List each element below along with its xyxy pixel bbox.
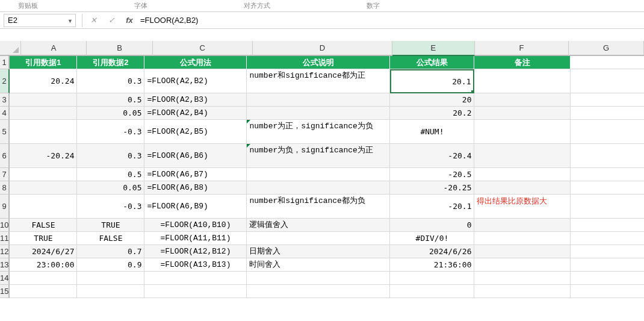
cell-D14[interactable]: [247, 272, 390, 285]
cell-A6[interactable]: -20.24: [10, 144, 77, 168]
row-header-4[interactable]: 4: [0, 107, 10, 120]
cell-A5[interactable]: [10, 120, 77, 144]
cell-B6[interactable]: 0.3: [77, 144, 144, 168]
cell-F9[interactable]: 得出结果比原数据大: [474, 195, 571, 219]
cell-B11[interactable]: FALSE: [77, 232, 144, 245]
chevron-down-icon[interactable]: ▼: [67, 18, 73, 24]
cell-E11[interactable]: #DIV/0!: [390, 232, 474, 245]
cell-A9[interactable]: [10, 195, 77, 219]
cell-A4[interactable]: [10, 107, 77, 120]
column-header-C[interactable]: C: [153, 41, 253, 56]
cell-B15[interactable]: [77, 285, 144, 298]
row-header-8[interactable]: 8: [0, 181, 10, 195]
column-header-E[interactable]: E: [392, 41, 475, 56]
cell-F11[interactable]: [474, 232, 571, 245]
cell-E2[interactable]: 20.1: [390, 69, 474, 93]
row-header-14[interactable]: 14: [0, 272, 10, 285]
cell-F12[interactable]: [474, 245, 571, 258]
row-header-6[interactable]: 6: [0, 144, 10, 168]
row-header-13[interactable]: 13: [0, 258, 10, 272]
cell-A7[interactable]: [10, 168, 77, 181]
cell-E14[interactable]: [390, 272, 474, 285]
column-header-B[interactable]: B: [87, 41, 152, 56]
cell-E15[interactable]: [390, 285, 474, 298]
cell-G6[interactable]: [571, 144, 644, 168]
cell-F6[interactable]: [474, 144, 571, 168]
cell-D5[interactable]: number为正，significance为负: [247, 120, 390, 144]
check-icon[interactable]: ✓: [107, 16, 116, 25]
cell-D11[interactable]: [247, 232, 390, 245]
cell-E8[interactable]: -20.25: [390, 181, 474, 195]
cell-A10[interactable]: FALSE: [10, 219, 77, 232]
cell-G1[interactable]: [571, 56, 644, 69]
row-header-2[interactable]: 2: [0, 69, 10, 93]
cell-C12[interactable]: =FLOOR(A12,B12): [144, 245, 247, 258]
cell-C2[interactable]: =FLOOR(A2,B2): [144, 69, 247, 93]
select-all-corner[interactable]: [0, 41, 21, 56]
cell-B3[interactable]: 0.5: [77, 93, 144, 107]
cell-F13[interactable]: [474, 258, 571, 272]
cell-C5[interactable]: =FLOOR(A2,B5): [144, 120, 247, 144]
cell-D10[interactable]: 逻辑值舍入: [247, 219, 390, 232]
cell-D2[interactable]: number和significance都为正: [247, 69, 390, 93]
cell-B12[interactable]: 0.7: [77, 245, 144, 258]
cell-B5[interactable]: -0.3: [77, 120, 144, 144]
cell-F4[interactable]: [474, 107, 571, 120]
cell-C4[interactable]: =FLOOR(A2,B4): [144, 107, 247, 120]
cell-F15[interactable]: [474, 285, 571, 298]
column-header-A[interactable]: A: [21, 41, 87, 56]
cell-D13[interactable]: 时间舍入: [247, 258, 390, 272]
cell-D1[interactable]: 公式说明: [247, 56, 390, 69]
cell-B7[interactable]: 0.5: [77, 168, 144, 181]
name-box[interactable]: E2 ▼: [4, 14, 76, 27]
cell-C15[interactable]: [144, 285, 247, 298]
row-header-7[interactable]: 7: [0, 168, 10, 181]
cell-E4[interactable]: 20.2: [390, 107, 474, 120]
cell-C1[interactable]: 公式用法: [144, 56, 247, 69]
cell-A13[interactable]: 23:00:00: [10, 258, 77, 272]
cell-F3[interactable]: [474, 93, 571, 107]
cell-B4[interactable]: 0.05: [77, 107, 144, 120]
cell-B10[interactable]: TRUE: [77, 219, 144, 232]
cell-G10[interactable]: [571, 219, 644, 232]
cell-G2[interactable]: [571, 69, 644, 93]
cell-A8[interactable]: [10, 181, 77, 195]
cell-E1[interactable]: 公式结果: [390, 56, 474, 69]
cell-G15[interactable]: [571, 285, 644, 298]
cell-B2[interactable]: 0.3: [77, 69, 144, 93]
cell-A15[interactable]: [10, 285, 77, 298]
row-header-3[interactable]: 3: [0, 93, 10, 107]
cell-B1[interactable]: 引用数据2: [77, 56, 144, 69]
cell-E13[interactable]: 21:36:00: [390, 258, 474, 272]
column-header-F[interactable]: F: [475, 41, 569, 56]
cell-C14[interactable]: [144, 272, 247, 285]
cell-F7[interactable]: [474, 168, 571, 181]
cell-A12[interactable]: 2024/6/27: [10, 245, 77, 258]
cell-G13[interactable]: [571, 258, 644, 272]
cell-E7[interactable]: -20.5: [390, 168, 474, 181]
cell-A2[interactable]: 20.24: [10, 69, 77, 93]
cell-F1[interactable]: 备注: [474, 56, 571, 69]
cell-G11[interactable]: [571, 232, 644, 245]
cell-B13[interactable]: 0.9: [77, 258, 144, 272]
row-header-9[interactable]: 9: [0, 195, 10, 219]
cell-E3[interactable]: 20: [390, 93, 474, 107]
formula-input[interactable]: =FLOOR(A2,B2): [134, 12, 644, 28]
cell-G14[interactable]: [571, 272, 644, 285]
cell-C13[interactable]: =FLOOR(A13,B13): [144, 258, 247, 272]
cell-E6[interactable]: -20.4: [390, 144, 474, 168]
cell-A11[interactable]: TRUE: [10, 232, 77, 245]
cell-F8[interactable]: [474, 181, 571, 195]
column-header-G[interactable]: G: [569, 41, 644, 56]
cell-B14[interactable]: [77, 272, 144, 285]
cell-C10[interactable]: =FLOOR(A10,B10): [144, 219, 247, 232]
cell-E10[interactable]: 0: [390, 219, 474, 232]
cell-E9[interactable]: -20.1: [390, 195, 474, 219]
cancel-icon[interactable]: ✕: [88, 16, 98, 25]
cell-D6[interactable]: number为负，significance为正: [247, 144, 390, 168]
column-header-D[interactable]: D: [253, 41, 392, 56]
cell-C7[interactable]: =FLOOR(A6,B7): [144, 168, 247, 181]
cell-G12[interactable]: [571, 245, 644, 258]
row-header-5[interactable]: 5: [0, 120, 10, 144]
cell-G7[interactable]: [571, 168, 644, 181]
